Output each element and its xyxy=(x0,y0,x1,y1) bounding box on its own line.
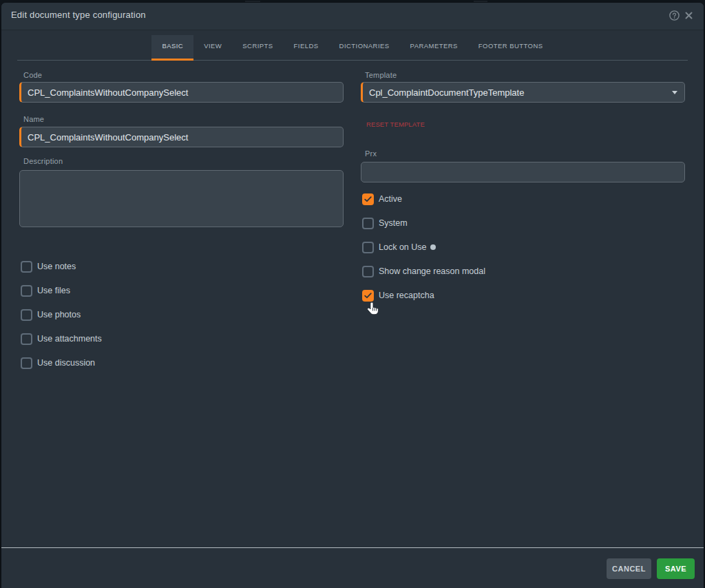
tab-label: FOOTER BUTTONS xyxy=(478,42,543,50)
checkbox-system[interactable]: System xyxy=(362,217,408,229)
checkbox-label: Lock on Use xyxy=(379,242,426,252)
checkbox-label: Use recaptcha xyxy=(379,291,434,300)
checkbox-active[interactable]: Active xyxy=(362,193,402,205)
close-icon[interactable] xyxy=(683,10,694,21)
checkbox-use-discussion[interactable]: Use discussion xyxy=(21,357,95,369)
name-input[interactable] xyxy=(19,127,344,147)
checkbox-label: Use discussion xyxy=(37,358,95,368)
checkbox-lock-on-use[interactable]: Lock on Use xyxy=(362,241,436,253)
code-input[interactable] xyxy=(19,82,344,103)
checkbox-unchecked-icon xyxy=(21,333,32,345)
checkbox-unchecked-icon xyxy=(21,261,32,273)
checkbox-use-photos[interactable]: Use photos xyxy=(21,308,81,321)
prx-input[interactable] xyxy=(361,162,685,182)
checkbox-unchecked-icon xyxy=(362,266,374,277)
tab-label: BASIC xyxy=(162,42,183,50)
checkbox-checked-icon xyxy=(362,193,374,205)
backdrop-artifact xyxy=(245,1,260,2)
checkbox-label: Use photos xyxy=(37,310,81,319)
checkbox-label: Use notes xyxy=(37,262,76,271)
checkbox-show-change-reason-modal[interactable]: Show change reason modal xyxy=(362,265,485,277)
reset-template-button[interactable]: RESET TEMPLATE xyxy=(366,120,425,128)
template-select[interactable]: Cpl_ComplaintDocumentTypeTemplate xyxy=(361,82,685,103)
tab-label: FIELDS xyxy=(294,42,319,50)
dialog-header: Edit document type configuration xyxy=(1,3,704,30)
tab-parameters[interactable]: PARAMETERS xyxy=(400,35,468,61)
chevron-down-icon xyxy=(672,91,677,94)
checkbox-use-attachments[interactable]: Use attachments xyxy=(21,333,102,345)
checkbox-checked-icon xyxy=(362,290,374,302)
checkbox-label: Use files xyxy=(37,286,70,295)
tab-label: VIEW xyxy=(204,42,222,50)
checkbox-label: Use attachments xyxy=(37,334,102,344)
checkbox-unchecked-icon xyxy=(21,357,32,369)
tab-label: DICTIONARIES xyxy=(339,42,390,50)
footer-divider xyxy=(1,547,704,548)
name-label: Name xyxy=(19,115,44,123)
checkbox-unchecked-icon xyxy=(21,309,32,321)
tab-view[interactable]: VIEW xyxy=(193,35,232,61)
checkbox-use-files[interactable]: Use files xyxy=(21,284,70,297)
tab-fields[interactable]: FIELDS xyxy=(284,35,329,61)
description-label: Description xyxy=(19,157,63,165)
tab-label: SCRIPTS xyxy=(242,42,273,50)
dialog-title: Edit document type configuration xyxy=(11,10,146,20)
template-select-value: Cpl_ComplaintDocumentTypeTemplate xyxy=(369,87,524,98)
mouse-cursor-hand-pointer xyxy=(366,302,379,320)
tab-footer-buttons[interactable]: FOOTER BUTTONS xyxy=(468,35,554,61)
tab-basic[interactable]: BASIC xyxy=(151,35,193,61)
prx-label: Prx xyxy=(361,149,377,158)
checkbox-use-recaptcha[interactable]: Use recaptcha xyxy=(362,289,434,302)
save-button[interactable]: SAVE xyxy=(657,558,695,579)
tab-bar: BASICVIEWSCRIPTSFIELDSDICTIONARIESPARAME… xyxy=(1,30,704,61)
tab-dictionaries[interactable]: DICTIONARIES xyxy=(329,35,400,61)
tab-label: PARAMETERS xyxy=(410,42,458,50)
edit-document-type-dialog: Edit document type configuration BASICVI… xyxy=(1,3,704,588)
checkbox-label: Active xyxy=(379,194,402,204)
tab-scripts[interactable]: SCRIPTS xyxy=(232,35,283,61)
checkbox-use-notes[interactable]: Use notes xyxy=(21,260,76,273)
checkbox-unchecked-icon xyxy=(362,218,374,229)
code-label: Code xyxy=(19,71,42,79)
checkbox-unchecked-icon xyxy=(21,285,32,297)
description-textarea[interactable] xyxy=(19,170,344,227)
template-label: Template xyxy=(361,71,397,79)
checkbox-label: System xyxy=(379,218,408,228)
help-icon[interactable] xyxy=(669,10,680,21)
backdrop-artifact xyxy=(474,1,487,2)
cancel-button[interactable]: CANCEL xyxy=(607,558,651,579)
checkbox-unchecked-icon xyxy=(362,242,374,253)
checkbox-label: Show change reason modal xyxy=(379,266,485,276)
info-dot-icon xyxy=(430,244,436,250)
